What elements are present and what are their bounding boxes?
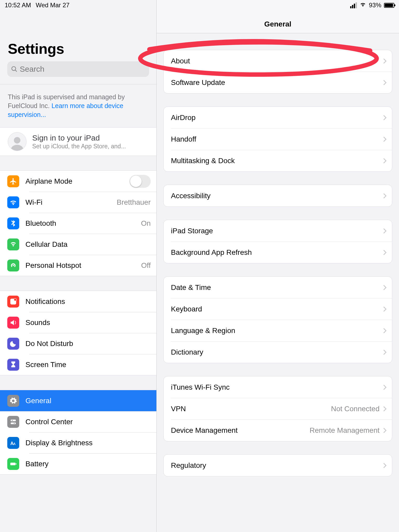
detail-row-airdrop[interactable]: AirDrop <box>164 107 392 128</box>
sidebar-item-label: Notifications <box>25 297 151 306</box>
sidebar-item-notifications[interactable]: Notifications <box>0 291 156 312</box>
detail-row-label: Date & Time <box>171 283 382 292</box>
detail-row-language[interactable]: Language & Region <box>164 320 392 341</box>
detail-row-device-management[interactable]: Device Management Remote Management <box>164 420 392 441</box>
chevron-right-icon <box>381 193 387 198</box>
sidebar-item-general[interactable]: General <box>0 390 156 411</box>
hotspot-icon <box>7 260 19 271</box>
detail-row-label: Regulatory <box>171 461 382 470</box>
notifications-icon <box>7 296 19 308</box>
sidebar-group-connectivity: Airplane Mode Wi-Fi Bretthauer Bluetooth… <box>0 170 156 276</box>
detail-row-itunes-sync[interactable]: iTunes Wi-Fi Sync <box>164 376 392 398</box>
svg-point-0 <box>12 66 16 70</box>
avatar-icon <box>8 132 26 151</box>
sidebar-item-label: Do Not Disturb <box>25 340 151 348</box>
detail-row-accessibility[interactable]: Accessibility <box>164 185 392 207</box>
detail-body[interactable]: About Software Update AirDrop Handoff <box>157 33 399 532</box>
search-icon <box>11 66 18 72</box>
chevron-right-icon <box>381 250 387 255</box>
detail-row-storage[interactable]: iPad Storage <box>164 220 392 242</box>
sidebar-item-screentime[interactable]: Screen Time <box>0 354 156 375</box>
detail-row-label: iTunes Wi-Fi Sync <box>171 383 382 391</box>
detail-row-keyboard[interactable]: Keyboard <box>164 298 392 320</box>
sidebar-item-cellular[interactable]: Cellular Data <box>0 234 156 255</box>
airplane-toggle[interactable] <box>129 175 151 188</box>
sidebar-item-label: Screen Time <box>25 361 151 369</box>
chevron-right-icon <box>381 350 387 355</box>
sidebar-item-label: Bluetooth <box>25 219 141 228</box>
battery-icon <box>384 3 394 8</box>
sidebar-item-label: Control Center <box>25 418 151 426</box>
sign-in-row[interactable]: Sign in to your iPad Set up iCloud, the … <box>0 128 156 156</box>
detail-row-background-refresh[interactable]: Background App Refresh <box>164 242 392 263</box>
signin-title: Sign in to your iPad <box>32 134 126 142</box>
detail-row-regulatory[interactable]: Regulatory <box>164 455 392 476</box>
detail-row-label: Accessibility <box>171 192 382 200</box>
chevron-right-icon <box>381 115 387 120</box>
cellular-icon <box>7 238 19 250</box>
detail-row-label: iPad Storage <box>171 227 382 235</box>
chevron-right-icon <box>381 463 387 468</box>
detail-row-label: Handoff <box>171 135 382 143</box>
status-bar: 10:52 AM Wed Mar 27 93% <box>0 0 399 10</box>
sidebar-item-bluetooth[interactable]: Bluetooth On <box>0 213 156 234</box>
detail-group: AirDrop Handoff Multitasking & Dock <box>163 107 392 172</box>
detail-row-date-time[interactable]: Date & Time <box>164 277 392 298</box>
detail-pane: General About Software Update AirDrop <box>157 0 399 532</box>
search-field[interactable] <box>7 61 149 77</box>
sidebar-item-display[interactable]: AA Display & Brightness <box>0 432 156 453</box>
detail-row-label: Language & Region <box>171 327 382 335</box>
bluetooth-value: On <box>141 219 151 228</box>
detail-row-label: Multitasking & Dock <box>171 157 382 165</box>
detail-row-value: Not Connected <box>331 405 380 413</box>
page-title: Settings <box>0 16 156 60</box>
sidebar-item-label: Cellular Data <box>25 240 151 249</box>
hourglass-icon <box>7 359 19 371</box>
detail-row-vpn[interactable]: VPN Not Connected <box>164 398 392 420</box>
detail-row-multitasking[interactable]: Multitasking & Dock <box>164 150 392 171</box>
detail-row-about[interactable]: About <box>164 50 392 72</box>
sliders-icon <box>7 416 19 428</box>
sidebar-item-battery[interactable]: Battery <box>0 453 156 474</box>
svg-rect-11 <box>10 463 16 465</box>
chevron-right-icon <box>381 137 387 142</box>
chevron-right-icon <box>381 80 387 85</box>
svg-text:A: A <box>13 442 16 445</box>
settings-sidebar: Settings This iPad is supervised and man… <box>0 0 157 532</box>
chevron-right-icon <box>381 158 387 163</box>
chevron-right-icon <box>381 328 387 333</box>
detail-group: iPad Storage Background App Refresh <box>163 220 392 263</box>
battery-icon <box>7 458 19 470</box>
chevron-right-icon <box>381 58 387 64</box>
gear-icon <box>7 395 19 407</box>
detail-row-dictionary[interactable]: Dictionary <box>164 341 392 363</box>
detail-group: About Software Update <box>163 50 392 94</box>
sidebar-item-airplane[interactable]: Airplane Mode <box>0 171 156 192</box>
sidebar-item-sounds[interactable]: Sounds <box>0 312 156 333</box>
sidebar-item-label: Battery <box>25 460 151 468</box>
wifi-icon <box>7 196 19 208</box>
detail-row-label: AirDrop <box>171 114 382 122</box>
svg-rect-12 <box>16 463 17 464</box>
detail-row-handoff[interactable]: Handoff <box>164 128 392 150</box>
detail-row-label: Dictionary <box>171 348 382 356</box>
sidebar-item-wifi[interactable]: Wi-Fi Bretthauer <box>0 192 156 213</box>
sidebar-item-label: Display & Brightness <box>25 439 151 447</box>
sidebar-item-dnd[interactable]: Do Not Disturb <box>0 333 156 354</box>
detail-group: iTunes Wi-Fi Sync VPN Not Connected Devi… <box>163 376 392 441</box>
svg-line-1 <box>15 70 17 72</box>
bluetooth-icon <box>7 217 19 229</box>
search-input[interactable] <box>20 65 145 74</box>
chevron-right-icon <box>381 307 387 312</box>
signin-subtitle: Set up iCloud, the App Store, and... <box>32 143 126 150</box>
detail-group: Date & Time Keyboard Language & Region D… <box>163 276 392 363</box>
sidebar-item-hotspot[interactable]: Personal Hotspot Off <box>0 255 156 276</box>
chevron-right-icon <box>381 428 387 433</box>
wifi-value: Bretthauer <box>117 198 151 207</box>
sidebar-item-controlcenter[interactable]: Control Center <box>0 411 156 432</box>
svg-point-7 <box>12 420 13 421</box>
detail-row-software-update[interactable]: Software Update <box>164 72 392 93</box>
svg-point-8 <box>14 423 15 424</box>
detail-row-label: Background App Refresh <box>171 248 382 257</box>
detail-group: Accessibility <box>163 185 392 207</box>
